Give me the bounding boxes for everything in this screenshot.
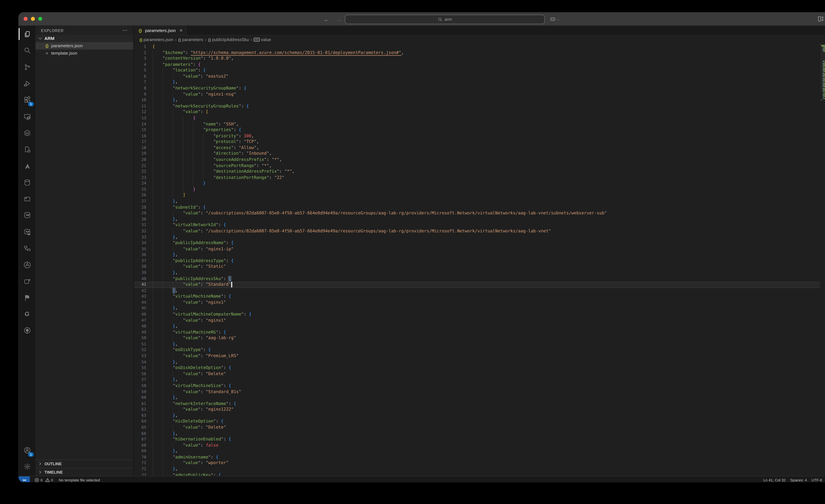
code-line-72[interactable]: 72}, (134, 466, 820, 472)
code-line-63[interactable]: 63}, (134, 413, 820, 419)
code-line-58[interactable]: 58"virtualMachineSize": { (134, 383, 820, 389)
activity-extensions[interactable]: 1 (18, 92, 35, 108)
code-line-8[interactable]: 8"networkSecurityGroupName": { (134, 85, 820, 91)
activity-gitlens[interactable]: G (18, 306, 35, 322)
activity-pipelines[interactable] (18, 289, 35, 306)
code-line-56[interactable]: 56"value": "Delete" (134, 371, 820, 377)
customize-layout-icon[interactable] (817, 15, 824, 22)
code-line-5[interactable]: 5"location": { (134, 68, 820, 74)
code-line-16[interactable]: 16"priority": 300, (134, 133, 820, 139)
section-timeline[interactable]: TIMELINE (35, 468, 133, 476)
code-line-61[interactable]: 61"networkInterfaceName": { (134, 401, 820, 407)
code-line-42[interactable]: 42}, (134, 288, 820, 294)
code-line-67[interactable]: 67"hibernationEnabled": { (134, 436, 820, 442)
code-line-54[interactable]: 54}, (134, 359, 820, 365)
activity-accounts[interactable]: 1 (18, 442, 35, 458)
code-line-39[interactable]: 39}, (134, 270, 820, 276)
code-line-29[interactable]: 29"value": "/subscriptions/82da6087-05e0… (134, 210, 820, 216)
code-line-2[interactable]: 2"$schema": "https://schema.management.a… (134, 50, 820, 56)
code-line-22[interactable]: 22"destinationAddressPrefix": "*", (134, 169, 820, 175)
copilot-menu[interactable]: ⌄ (549, 12, 559, 25)
activity-remote-explorer[interactable] (18, 108, 35, 125)
activity-remote-connections[interactable] (18, 240, 35, 257)
zoom-window-button[interactable] (38, 17, 42, 21)
code-line-51[interactable]: 51}, (134, 341, 820, 347)
close-window-button[interactable] (23, 17, 28, 21)
code-line-45[interactable]: 45}, (134, 306, 820, 311)
code-line-21[interactable]: 21"sourcePortRange": "*", (134, 163, 820, 169)
indentation-setting[interactable]: Spaces: 4 (788, 478, 809, 482)
code-line-24[interactable]: 24} (134, 181, 820, 187)
code-line-36[interactable]: 36}, (134, 252, 820, 258)
code-line-33[interactable]: 33}, (134, 234, 820, 240)
file-item-template.json[interactable]: ≡template.json (35, 50, 133, 57)
code-line-28[interactable]: 28"subnetId": { (134, 205, 820, 210)
cursor-position[interactable]: Ln 41, Col 32 (761, 478, 788, 482)
breadcrumb-item[interactable]: {}parameters (178, 37, 203, 42)
activity-kubernetes[interactable] (18, 257, 35, 273)
code-line-4[interactable]: 4"parameters": { (134, 62, 820, 68)
code-line-1[interactable]: 1{ (134, 44, 820, 50)
minimap-slider[interactable] (821, 44, 825, 91)
code-line-7[interactable]: 7}, (134, 80, 820, 85)
activity-settings[interactable] (18, 458, 35, 475)
code-line-57[interactable]: 57}, (134, 377, 820, 383)
breadcrumb-item[interactable]: abcvalue (254, 37, 271, 42)
code-line-19[interactable]: 19"direction": "Inbound", (134, 151, 820, 157)
code-line-68[interactable]: 68"value": false (134, 442, 820, 448)
code-line-65[interactable]: 65"value": "Delete" (134, 425, 820, 431)
code-line-12[interactable]: 12"value": [ (134, 109, 820, 115)
code-line-27[interactable]: 27}, (134, 199, 820, 205)
activity-run-and-debug[interactable] (18, 75, 35, 92)
code-line-20[interactable]: 20"sourceAddressPrefix": "*", (134, 157, 820, 163)
code-line-37[interactable]: 37"publicIpAddressType": { (134, 258, 820, 264)
activity-azure[interactable] (18, 158, 35, 174)
code-line-32[interactable]: 32"value": "/subscriptions/82da6087-05e0… (134, 228, 820, 234)
activity-explorer[interactable] (18, 26, 35, 43)
code-line-50[interactable]: 50"value": "aag-lab-rg" (134, 335, 820, 341)
code-line-44[interactable]: 44"value": "nginx1" (134, 300, 820, 306)
code-line-34[interactable]: 34"publicIpAddressName": { (134, 240, 820, 246)
breadcrumb-item[interactable]: {}parameters.json (139, 37, 173, 42)
code-line-25[interactable]: 25} (134, 187, 820, 193)
code-line-66[interactable]: 66}, (134, 431, 820, 436)
code-line-64[interactable]: 64"nicDeleteOption": { (134, 419, 820, 425)
activity-dev-containers[interactable] (18, 125, 35, 141)
code-line-23[interactable]: 23"destinationPortRange": "22" (134, 175, 820, 181)
code-line-55[interactable]: 55"osDiskDeleteOption": { (134, 365, 820, 371)
tab-parameters-json[interactable]: {} parameters.json × (134, 26, 187, 35)
code-line-18[interactable]: 18"access": "Allow", (134, 145, 820, 151)
code-line-15[interactable]: 15"properties": { (134, 127, 820, 133)
section-outline[interactable]: OUTLINE (35, 459, 133, 467)
code-line-49[interactable]: 49"virtualMachineRG": { (134, 330, 820, 335)
more-actions-icon[interactable]: ⋯ (123, 27, 128, 33)
code-line-14[interactable]: 14"name": "SSH", (134, 121, 820, 127)
code-line-17[interactable]: 17"protocol": "TCP", (134, 139, 820, 145)
code-line-62[interactable]: 62"value": "nginx1222" (134, 407, 820, 413)
breadcrumb-item[interactable]: {}publicIpAddressSku (208, 37, 249, 42)
code-line-26[interactable]: 26] (134, 193, 820, 199)
activity-github[interactable] (18, 322, 35, 339)
file-item-parameters.json[interactable]: {}parameters.json (35, 42, 133, 50)
close-tab-icon[interactable]: × (180, 27, 182, 33)
activity-terraform[interactable] (18, 207, 35, 224)
activity-tools-file[interactable] (18, 141, 35, 158)
code-line-48[interactable]: 48}, (134, 323, 820, 330)
code-line-46[interactable]: 46"virtualMachineComputerName": { (134, 311, 820, 317)
code-line-73[interactable]: 73"adminPublicKey": { (134, 472, 820, 476)
code-line-3[interactable]: 3"contentVersion": "1.0.0.0", (134, 56, 820, 62)
code-line-9[interactable]: 9"value": "nginx1-nsg" (134, 91, 820, 97)
code-editor[interactable]: 1{2"$schema": "https://schema.management… (134, 44, 820, 476)
template-status-message[interactable]: No template file selected (57, 478, 102, 482)
remote-indicator[interactable]: >< (18, 477, 30, 482)
forward-icon[interactable]: → (335, 15, 341, 22)
activity-database[interactable] (18, 174, 35, 191)
code-line-38[interactable]: 38"value": "Static" (134, 264, 820, 270)
activity-docker[interactable] (18, 191, 35, 207)
back-icon[interactable]: ← (323, 15, 329, 22)
command-center-search[interactable]: arm (345, 14, 545, 24)
code-line-31[interactable]: 31"virtualNetworkId": { (134, 222, 820, 228)
code-line-35[interactable]: 35"value": "nginx1-ip" (134, 246, 820, 252)
code-line-53[interactable]: 53"value": "Premium_LRS" (134, 353, 820, 359)
problems-status[interactable]: 0 0 (32, 477, 55, 482)
